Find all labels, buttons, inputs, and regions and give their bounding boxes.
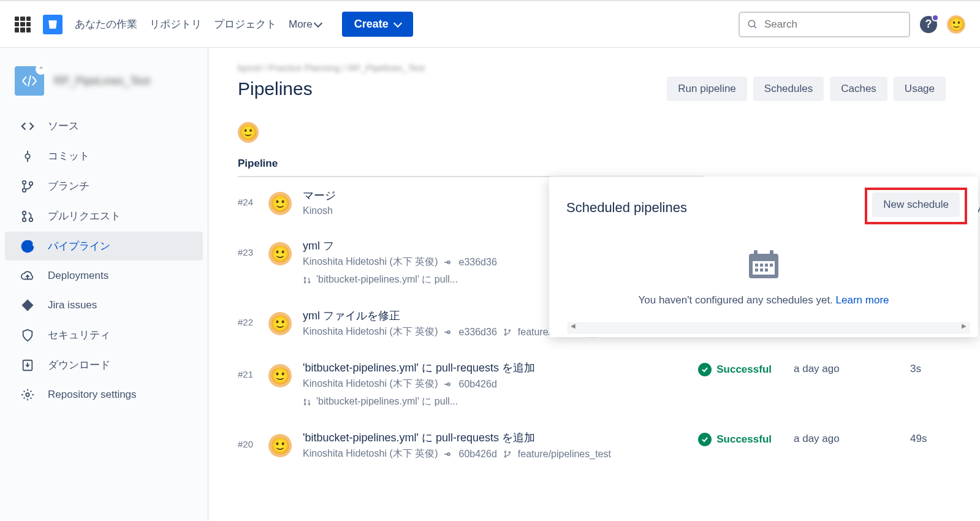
row-avatar: 🙂 [268,192,292,215]
sidebar-item-label: パイプライン [48,239,110,253]
page-title: Pipelines [238,78,313,99]
cloud-upload-icon [20,269,36,283]
svg-line-1 [754,26,756,28]
commit-hash[interactable]: e336d36 [459,257,497,268]
sidebar-item-downloads[interactable]: ダウンロード [5,351,203,379]
svg-point-24 [504,333,506,335]
top-navigation: あなたの作業 リポジトリ プロジェクト More Create ? 🙂 [0,0,980,48]
success-icon [698,433,712,446]
search-field[interactable] [764,18,902,31]
branch-icon [503,328,512,337]
duration: 3s [910,363,953,375]
sidebar-item-pull-requests[interactable]: プルリクエスト [5,202,203,230]
svg-point-17 [304,277,305,278]
commit-hash[interactable]: 60b426d [459,379,497,390]
caches-button[interactable]: Caches [830,77,887,101]
sidebar-item-jira[interactable]: Jira issues [5,291,203,319]
svg-rect-41 [770,250,773,256]
status-text: Successful [716,433,772,446]
help-button[interactable]: ? [920,16,937,33]
commit-icon [444,258,453,267]
nav-projects[interactable]: プロジェクト [214,15,276,34]
sidebar-item-deployments[interactable]: Deployments [5,262,203,290]
branch-icon [503,450,512,458]
commit-icon [444,328,453,337]
sidebar-item-label: ソース [48,119,79,133]
chevron-down-icon [393,18,402,27]
nav-repositories[interactable]: リポジトリ [150,15,202,34]
sidebar-item-security[interactable]: セキュリティ [5,321,203,349]
svg-point-35 [504,451,506,452]
code-icon [20,120,36,133]
sidebar-item-commits[interactable]: コミット [5,142,203,170]
extra-text: 'bitbucket-pipelines.yml' に pull... [316,273,458,286]
commit-icon [20,150,36,163]
svg-point-19 [308,281,310,283]
duration: 49s [910,433,953,445]
pipeline-row[interactable]: #20 🙂 'bitbucket-pipelines.yml' に pull-r… [238,419,980,471]
schedules-button[interactable]: Schedules [753,77,824,101]
author: Kinoshita Hidetoshi (木下 英俊) [303,447,438,460]
pipeline-row[interactable]: #21 🙂 'bitbucket-pipelines.yml' に pull-r… [238,349,980,419]
svg-point-25 [509,329,510,330]
filter-avatar[interactable]: 🙂 [238,122,259,143]
create-button[interactable]: Create [342,12,413,37]
row-avatar: 🙂 [268,434,292,457]
breadcrumb[interactable]: kprod / Practice Planning / RP_Pipelines… [238,63,980,73]
popover-message: You haven't configured any schedules yet… [561,294,966,306]
bitbucket-logo[interactable] [43,15,63,34]
main-content: kprod / Practice Planning / RP_Pipelines… [208,48,980,521]
svg-point-6 [23,180,26,184]
svg-point-23 [504,329,506,330]
app-switcher-icon[interactable] [15,17,31,32]
chevron-down-icon [314,18,322,27]
pipeline-number: #24 [238,188,268,207]
highlight-box: New schedule [865,188,967,224]
nav-your-work[interactable]: あなたの作業 [75,15,137,34]
sidebar-item-pipelines[interactable]: パイプライン [5,232,203,260]
user-avatar[interactable]: 🙂 [947,15,965,34]
svg-rect-46 [755,268,758,272]
svg-point-37 [509,451,510,452]
svg-rect-2 [40,69,43,72]
search-icon [747,19,758,30]
row-avatar: 🙂 [268,364,292,387]
success-icon [698,363,712,376]
svg-point-29 [304,399,305,400]
commit-hash[interactable]: e336d36 [459,327,497,338]
pull-request-icon [20,210,36,223]
empty-text: You haven't configured any schedules yet… [639,294,836,306]
branch-icon [20,180,36,193]
run-pipeline-button[interactable]: Run pipeline [667,77,747,101]
row-avatar: 🙂 [268,242,292,265]
svg-rect-39 [753,261,775,275]
search-input[interactable] [739,12,910,37]
svg-point-0 [748,20,755,27]
horizontal-scrollbar[interactable] [568,322,970,333]
svg-point-31 [308,403,310,405]
svg-point-10 [23,218,26,221]
commit-icon [444,380,453,389]
usage-button[interactable]: Usage [894,77,946,101]
jira-icon [20,299,36,312]
repo-header[interactable]: RP_PipeLines_Test [0,60,208,110]
create-label: Create [354,18,389,31]
nav-more-dropdown[interactable]: More [289,18,321,31]
sidebar: RP_PipeLines_Test ソース コミット ブランチ プルリクエスト … [0,48,208,521]
scheduled-pipelines-popover: Scheduled pipelines New schedule You hav… [549,177,978,337]
started-time: a day ago [794,363,886,375]
col-pipeline: Pipeline [238,158,704,170]
new-schedule-button[interactable]: New schedule [872,192,960,217]
commit-hash[interactable]: 60b426d [459,449,497,460]
svg-point-3 [25,154,29,158]
learn-more-link[interactable]: Learn more [836,294,889,306]
svg-rect-44 [765,264,768,267]
sidebar-item-branches[interactable]: ブランチ [5,172,203,200]
gear-icon [20,388,36,401]
branch-name[interactable]: feature/pipelines_test [518,449,611,460]
sidebar-item-settings[interactable]: Repository settings [5,381,203,409]
notification-dot [932,14,939,21]
sidebar-item-source[interactable]: ソース [5,112,203,140]
sidebar-item-label: プルリクエスト [48,209,121,223]
pipeline-number: #21 [238,360,268,379]
